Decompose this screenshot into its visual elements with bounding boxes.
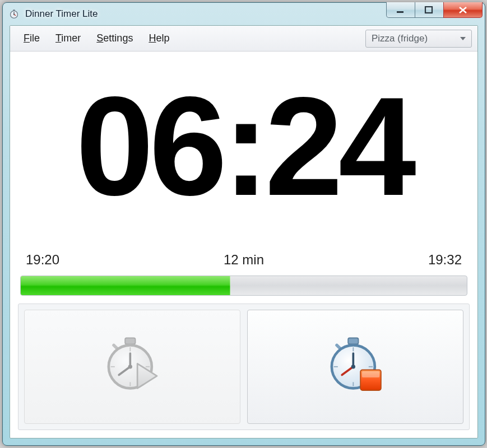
svg-point-4 [13,14,15,15]
chevron-down-icon [460,37,466,40]
maximize-button[interactable] [415,2,444,18]
svg-rect-19 [348,338,358,344]
svg-point-18 [128,365,132,368]
menubar: File Timer Settings Help Pizza (fridge) [10,26,477,52]
svg-rect-6 [425,7,432,13]
start-time: 19:20 [26,252,59,268]
stopwatch-stop-icon [324,335,386,399]
time-row: 19:20 12 min 19:32 [10,242,477,273]
stopwatch-play-icon [101,335,163,399]
client-area: File Timer Settings Help Pizza (fridge) … [10,25,478,438]
app-window: Dinner Timer Lite File Timer Settings He… [2,2,485,446]
app-stopwatch-icon [8,8,20,20]
close-button[interactable] [443,2,483,18]
menu-settings[interactable]: Settings [89,29,141,48]
svg-rect-1 [13,10,15,11]
svg-rect-5 [397,11,403,13]
preset-dropdown[interactable]: Pizza (fridge) [365,30,472,48]
countdown-area: 06:24 [10,52,477,242]
window-title: Dinner Timer Lite [25,8,98,20]
end-time: 19:32 [428,252,462,268]
duration-label: 12 min [224,252,264,268]
svg-point-28 [351,365,355,368]
menu-help[interactable]: Help [141,29,177,48]
menu-file[interactable]: File [16,29,48,48]
titlebar[interactable]: Dinner Timer Lite [3,3,485,25]
minimize-button[interactable] [386,2,415,18]
menu-timer[interactable]: Timer [48,29,89,48]
button-panel [18,304,470,430]
window-controls [387,2,483,18]
svg-rect-9 [125,338,135,344]
progress-fill [21,276,230,295]
progress-bar [20,276,467,296]
stop-timer-button[interactable] [247,310,463,424]
countdown-display: 06:24 [76,77,411,217]
preset-selected-label: Pizza (fridge) [372,33,428,44]
svg-rect-30 [362,371,379,377]
start-timer-button[interactable] [24,310,240,424]
